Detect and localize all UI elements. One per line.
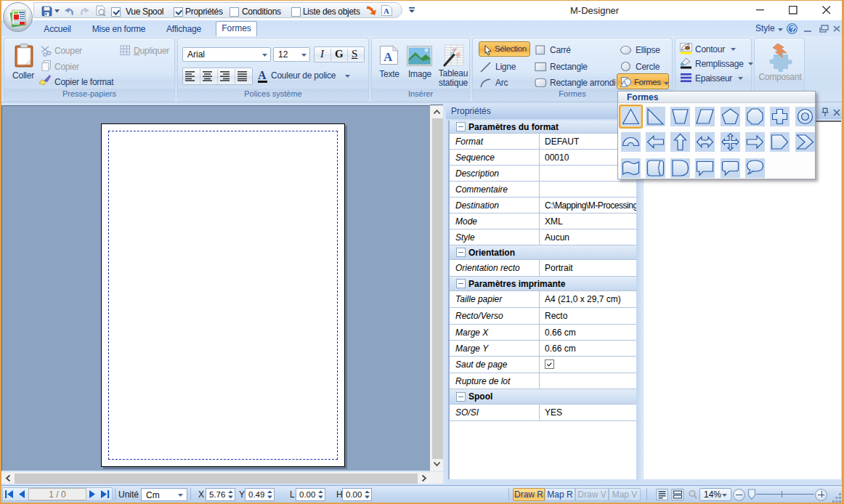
svg-text:A: A xyxy=(384,7,389,15)
svg-text:A: A xyxy=(384,50,393,64)
